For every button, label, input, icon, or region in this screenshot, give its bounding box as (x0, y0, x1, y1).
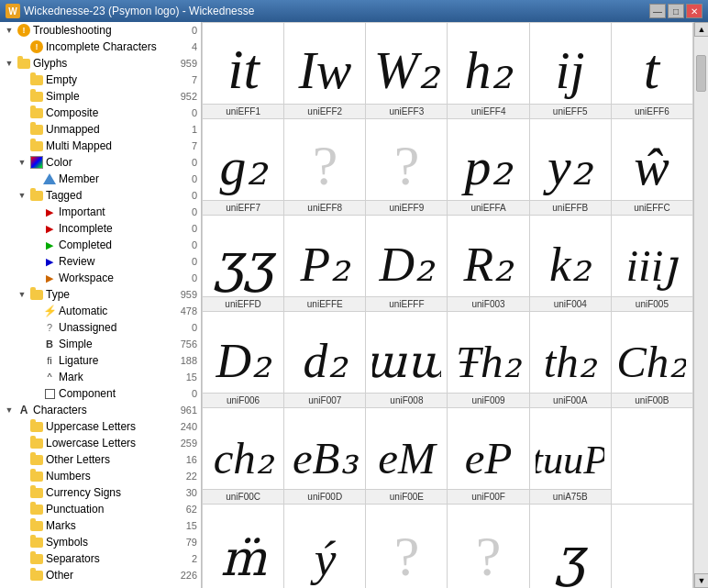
toggle-troubleshooting[interactable]: ▼ (4, 25, 15, 36)
toggle-completed[interactable] (29, 239, 40, 250)
toggle-symbols[interactable] (17, 537, 28, 548)
toggle-ligature[interactable] (29, 355, 40, 366)
toggle-uppercase[interactable] (17, 421, 28, 432)
sidebar-item-ligature[interactable]: fiLigature188 (0, 352, 201, 369)
toggle-automatic[interactable] (29, 305, 40, 316)
toggle-lowercase[interactable] (17, 438, 28, 449)
glyph-cell[interactable]: D₂uniF006 (203, 312, 284, 408)
glyph-cell[interactable]: y₂uniEFFB (530, 119, 612, 216)
glyph-cell[interactable]: p₂uniEFFA (448, 119, 529, 216)
glyph-cell[interactable] (612, 505, 693, 588)
glyph-cell[interactable]: eMuniF00E (366, 408, 448, 505)
sidebar-item-symbols[interactable]: Symbols79 (0, 534, 201, 550)
maximize-button[interactable]: □ (668, 4, 684, 18)
glyph-cell[interactable] (612, 408, 693, 505)
toggle-multimapped[interactable] (17, 140, 28, 151)
glyph-cell[interactable]: R₂uniF003 (448, 216, 529, 312)
glyph-cell[interactable]: ý (284, 505, 366, 588)
toggle-tagged[interactable]: ▼ (17, 190, 28, 201)
toggle-important[interactable] (29, 206, 40, 217)
toggle-other[interactable] (17, 570, 28, 581)
scroll-track[interactable] (694, 37, 708, 573)
glyph-cell[interactable]: ?uniEFF9 (366, 119, 448, 216)
sidebar-item-lowercase[interactable]: Lowercase Letters259 (0, 435, 201, 451)
sidebar-item-review[interactable]: ▶Review0 (0, 253, 201, 270)
sidebar-item-marks[interactable]: Marks15 (0, 517, 201, 534)
scroll-thumb[interactable] (696, 55, 706, 92)
sidebar-item-punctuation[interactable]: Punctuation62 (0, 501, 201, 517)
sidebar-item-type[interactable]: ▼Type959 (0, 286, 201, 303)
sidebar-item-characters[interactable]: ▼ACharacters961 (0, 402, 201, 418)
sidebar-item-completed[interactable]: ▶Completed0 (0, 237, 201, 253)
glyph-cell[interactable]: W₂uniEFF3 (366, 23, 448, 119)
glyph-cell[interactable]: tuniEFF6 (612, 23, 693, 119)
vertical-scrollbar[interactable]: ▲ ▼ (693, 22, 708, 588)
glyph-cell[interactable]: ? (448, 505, 529, 588)
scroll-up-arrow[interactable]: ▲ (694, 22, 708, 37)
toggle-unmapped[interactable] (17, 124, 28, 135)
glyph-cell[interactable]: h₂uniEFF4 (448, 23, 529, 119)
sidebar-item-incomplete[interactable]: ▶Incomplete0 (0, 220, 201, 237)
toggle-separators[interactable] (17, 553, 28, 564)
toggle-type[interactable]: ▼ (17, 289, 28, 300)
sidebar-item-uppercase[interactable]: Uppercase Letters240 (0, 418, 201, 435)
glyph-cell[interactable]: ɯɯuniF008 (366, 312, 448, 408)
glyph-cell[interactable]: ʒʒuniEFFD (203, 216, 284, 312)
glyph-cell[interactable]: IwuniEFF2 (284, 23, 366, 119)
minimize-button[interactable]: — (649, 4, 666, 18)
glyph-cell[interactable]: ituniEFF1 (203, 23, 284, 119)
glyph-cell[interactable]: d₂uniF007 (284, 312, 366, 408)
sidebar-item-other-letters[interactable]: Other Letters16 (0, 451, 201, 468)
toggle-numbers[interactable] (17, 471, 28, 482)
sidebar-item-glyphs[interactable]: ▼Glyphs959 (0, 55, 201, 72)
glyph-cell[interactable]: eB₃uniF00D (284, 408, 366, 505)
toggle-incomplete[interactable] (29, 223, 40, 234)
toggle-mark[interactable] (29, 372, 40, 383)
toggle-marks[interactable] (17, 520, 28, 531)
scroll-down-arrow[interactable]: ▼ (694, 573, 708, 588)
glyph-cell[interactable]: Ŧh₂uniF009 (448, 312, 529, 408)
toggle-other-letters[interactable] (17, 454, 28, 465)
sidebar-item-numbers[interactable]: Numbers22 (0, 468, 201, 484)
glyph-cell[interactable]: tuuPuniA75B (530, 408, 612, 505)
toggle-currency[interactable] (17, 487, 28, 498)
glyph-content[interactable]: ituniEFF1IwuniEFF2W₂uniEFF3h₂uniEFF4ijun… (202, 22, 693, 588)
glyph-cell[interactable]: th₂uniF00A (530, 312, 612, 408)
close-button[interactable]: ✕ (686, 4, 702, 18)
glyph-cell[interactable]: ? (366, 505, 448, 588)
window-controls[interactable]: — □ ✕ (649, 4, 702, 18)
glyph-cell[interactable]: Ch₂uniF00B (612, 312, 693, 408)
glyph-cell[interactable]: ch₂uniF00C (203, 408, 284, 505)
glyph-cell[interactable]: P₂uniEFFE (284, 216, 366, 312)
glyph-cell[interactable]: D₂uniEFFF (366, 216, 448, 312)
sidebar-item-currency[interactable]: Currency Signs30 (0, 484, 201, 501)
sidebar-item-mark[interactable]: ^Mark15 (0, 369, 201, 385)
sidebar-item-multimapped[interactable]: Multi Mapped7 (0, 138, 201, 154)
sidebar-item-simple[interactable]: Simple952 (0, 88, 201, 105)
toggle-empty[interactable] (17, 74, 28, 85)
sidebar-item-workspace[interactable]: ▶Workspace0 (0, 270, 201, 286)
sidebar-item-important[interactable]: ▶Important0 (0, 204, 201, 220)
toggle-color[interactable]: ▼ (17, 157, 28, 168)
sidebar-item-separators[interactable]: Separators2 (0, 550, 201, 567)
toggle-glyphs[interactable]: ▼ (4, 58, 15, 69)
sidebar-item-incomplete-chars[interactable]: !Incomplete Characters4 (0, 39, 201, 55)
sidebar-item-tagged[interactable]: ▼Tagged0 (0, 187, 201, 204)
glyph-cell[interactable]: ?uniEFF8 (284, 119, 366, 216)
sidebar-item-troubleshooting[interactable]: ▼!Troubleshooting0 (0, 22, 201, 39)
glyph-cell[interactable]: k₂uniF004 (530, 216, 612, 312)
toggle-unassigned[interactable] (29, 322, 40, 333)
sidebar-item-member[interactable]: Member0 (0, 171, 201, 187)
glyph-cell[interactable]: ŵuniEFFC (612, 119, 693, 216)
sidebar-item-other[interactable]: Other226 (0, 567, 201, 583)
toggle-incomplete-chars[interactable] (17, 41, 28, 52)
toggle-workspace[interactable] (29, 272, 40, 283)
sidebar-item-component[interactable]: Component0 (0, 385, 201, 402)
glyph-cell[interactable]: iiiȷuniF005 (612, 216, 693, 312)
glyph-cell[interactable]: g₂uniEFF7 (203, 119, 284, 216)
toggle-composite[interactable] (17, 107, 28, 118)
toggle-component[interactable] (29, 388, 40, 399)
toggle-member[interactable] (29, 173, 40, 184)
sidebar-item-empty[interactable]: Empty7 (0, 72, 201, 88)
toggle-characters[interactable]: ▼ (4, 405, 15, 416)
